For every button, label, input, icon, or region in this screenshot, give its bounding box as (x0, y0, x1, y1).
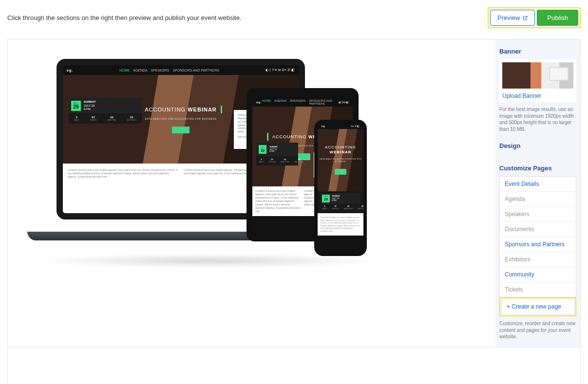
mock-social-icons: ◐ │ f ✕ in G+ ✆ ◧ (266, 68, 295, 72)
page-item-agenda[interactable]: Agenda (500, 192, 576, 207)
preview-label: Preview (497, 14, 520, 21)
page-item-tickets[interactable]: Tickets (500, 282, 576, 297)
page-item-speakers[interactable]: Speakers (500, 207, 576, 222)
website-preview-pane: eg. HOME AGENDA SPEAKERS SPONSORS AND PA… (8, 39, 495, 268)
customize-pages-head: Customize Pages (499, 165, 576, 172)
mock-nav: HOME AGENDA SPEAKERS SPONSORS AND PARTNE… (119, 69, 219, 72)
upload-banner-link[interactable]: Upload Banner (502, 92, 573, 99)
banner-thumbnail (502, 62, 573, 89)
create-page-highlight: + Create a new page (499, 297, 576, 316)
pages-list: Event DetailsAgendaSpeakersDocumentsSpon… (499, 176, 576, 297)
lower-panel (7, 348, 581, 384)
page-item-community[interactable]: Community (500, 267, 576, 282)
design-section-head[interactable]: Design (499, 142, 576, 149)
banner-section-head: Banner (499, 48, 576, 55)
page-item-documents[interactable]: Documents (500, 222, 576, 237)
mock-logo: eg. (67, 69, 73, 72)
preview-button[interactable]: Preview (490, 10, 535, 26)
banner-upload-box: Upload Banner (499, 59, 576, 102)
create-new-page-button[interactable]: + Create a new page (501, 299, 574, 314)
device-mock-phone: eg. f ✕ in G+ ✆ ◧ ACCOUNTING WEBINAR DAT… (314, 120, 367, 256)
sidebar: Banner Upload Banner For the best image … (495, 39, 580, 347)
page-item-event-details[interactable]: Event Details (500, 177, 576, 192)
customize-hint: Customize, reorder and create new conten… (499, 320, 576, 340)
action-buttons-highlight: Preview Publish (488, 7, 581, 28)
external-link-icon (523, 16, 528, 20)
page-item-sponsors-and-partners[interactable]: Sponsors and Partners (500, 237, 576, 252)
banner-hint: For the best image results, use an image… (499, 106, 576, 132)
instruction-text: Click through the sections on the right … (7, 14, 242, 21)
publish-button[interactable]: Publish (537, 10, 578, 26)
page-item-exhibitors[interactable]: Exhibitors (500, 252, 576, 267)
mock-cta-button (172, 127, 189, 133)
